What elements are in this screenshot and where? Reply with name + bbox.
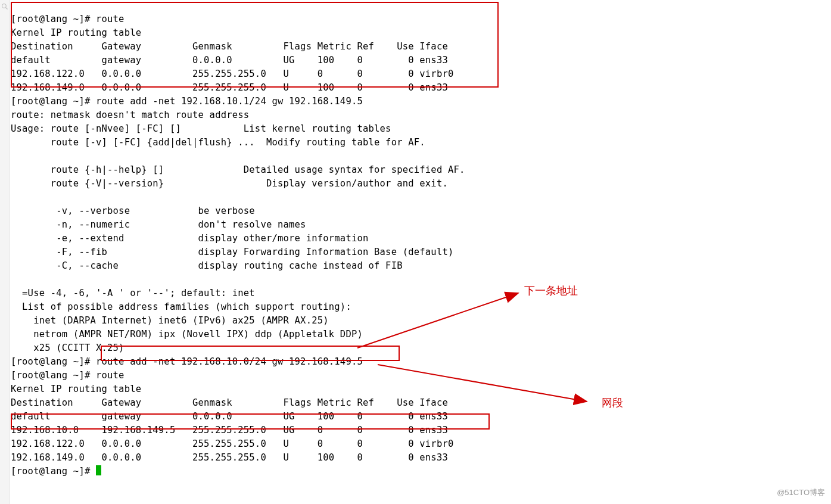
annotation-subnet: 网段 — [602, 396, 623, 410]
search-icon[interactable] — [1, 2, 8, 10]
svg-line-1 — [6, 8, 8, 10]
watermark: @51CTO博客 — [777, 487, 825, 498]
cursor — [96, 465, 101, 475]
terminal-output[interactable]: [root@lang ~]# route Kernel IP routing t… — [11, 13, 465, 478]
annotation-next-hop: 下一条地址 — [524, 284, 578, 298]
svg-point-0 — [2, 4, 7, 8]
left-gutter — [0, 0, 10, 504]
